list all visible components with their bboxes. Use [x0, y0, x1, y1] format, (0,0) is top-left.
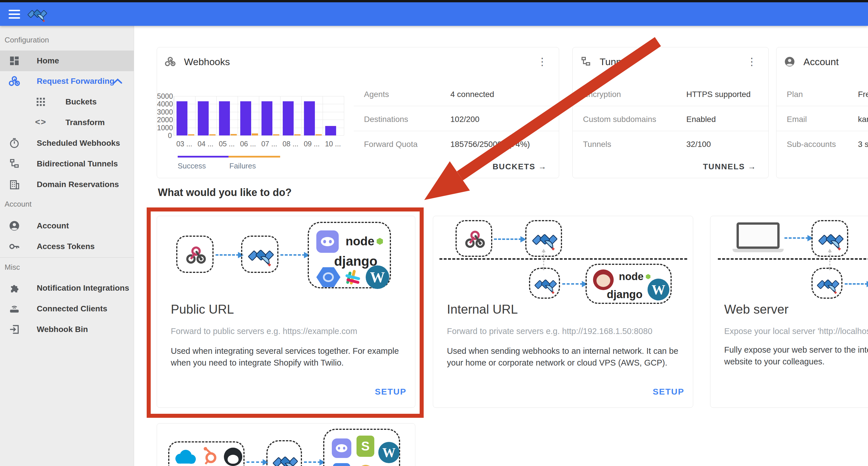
sidebar-item-transform[interactable]: <> Transform: [0, 112, 134, 133]
sidebar-item-bidirectional-tunnels[interactable]: Bidirectional Tunnels: [0, 154, 134, 174]
sidebar-item-webhook-bin[interactable]: Webhook Bin: [0, 319, 134, 340]
gridline: [195, 96, 195, 135]
bar-success: [283, 101, 293, 135]
x-tick-label: 06 ...: [237, 140, 259, 148]
sidebar-item-buckets[interactable]: Buckets: [0, 92, 134, 112]
satellite-logo-icon[interactable]: [28, 4, 47, 24]
webhooks-bar-chart: 010002000300040005000 Success Failures 0…: [157, 48, 559, 179]
github-icon: [224, 447, 242, 466]
tunnels-icon: [580, 55, 592, 68]
flow-arrow: [247, 461, 264, 463]
sidebar-item-label: Request Forwarding: [37, 76, 115, 86]
y-tick-label: 1000: [157, 124, 172, 132]
x-tick-label: 04 ...: [195, 140, 216, 148]
legend-label-failures[interactable]: Failures: [229, 161, 256, 170]
stat-label: Forward Quota: [364, 140, 417, 149]
code-icon: <>: [34, 116, 47, 129]
agent-box: [529, 268, 560, 299]
y-tick-label: 0: [157, 131, 172, 140]
sidebar-item-label: Connected Clients: [37, 304, 107, 313]
x-tick-label: 10 ...: [322, 140, 344, 148]
gridline: [216, 96, 217, 135]
gridline: [174, 135, 344, 136]
action-card-title: Public URL: [171, 302, 234, 316]
chart-plot-area: [174, 96, 344, 135]
webhook-relay-dashboard: Configuration Home Request Forwarding Bu…: [0, 0, 868, 466]
stat-label: Encryption: [583, 90, 621, 99]
x-tick-label: 08 ...: [280, 140, 301, 148]
setup-button[interactable]: SETUP: [653, 387, 684, 397]
sidebar-section-configuration: Configuration: [5, 36, 49, 44]
gridline: [259, 96, 259, 135]
y-tick-label: 4000: [157, 100, 172, 108]
sidebar-item-connected-clients[interactable]: Connected Clients: [0, 299, 134, 319]
sidebar-item-label: Transform: [65, 118, 105, 127]
x-tick-label: 03 ...: [174, 140, 195, 148]
bar-failures: [230, 134, 237, 135]
card-title: Account: [803, 56, 839, 67]
buckets-link[interactable]: BUCKETS →: [493, 162, 547, 171]
public-url-card[interactable]: node django W Public URL Forward to publ…: [157, 216, 415, 408]
webhook-icon: [185, 245, 207, 266]
menu-icon[interactable]: [9, 7, 22, 21]
y-tick-label: 5000: [157, 92, 172, 100]
tunnels-link[interactable]: TUNNELS →: [703, 162, 756, 171]
stat-value: HTTPS supported: [686, 90, 751, 99]
person-icon: [8, 219, 21, 232]
action-card-description: Used when integrating several services t…: [171, 345, 405, 369]
bar-failures: [294, 134, 301, 135]
stat-label: Custom subdomains: [583, 115, 656, 124]
flow-arrow: [845, 283, 868, 285]
chart-y-axis: 010002000300040005000: [157, 96, 172, 135]
row-divider: [572, 106, 769, 106]
dashboard-icon: [8, 55, 21, 67]
sidebar-item-home[interactable]: Home: [0, 51, 134, 71]
chevron-up-icon[interactable]: [113, 78, 123, 86]
bar-success: [261, 101, 272, 135]
sidebar: Configuration Home Request Forwarding Bu…: [0, 26, 134, 466]
bar-failures: [209, 134, 216, 135]
sidebar-item-account[interactable]: Account: [0, 216, 134, 236]
web-server-card[interactable]: Web server Expose your local server 'htt…: [710, 216, 868, 408]
nodejs-logo: node: [346, 235, 383, 248]
sidebar-item-domain-reservations[interactable]: Domain Reservations: [0, 174, 134, 195]
sidebar-item-request-forwarding[interactable]: Request Forwarding: [0, 71, 134, 92]
internal-url-card[interactable]: node django W Internal URL Forward to pr…: [433, 216, 693, 408]
row-divider: [776, 106, 868, 106]
network-boundary-line: [439, 258, 687, 260]
account-card: Account Plan Free Email kar Sub-accounts…: [776, 47, 868, 178]
stat-label: Sub-accounts: [787, 140, 836, 149]
sidebar-item-scheduled-webhooks[interactable]: Scheduled Webhooks: [0, 133, 134, 154]
gridline: [238, 96, 238, 135]
timer-icon: [8, 137, 21, 150]
legend-label-success[interactable]: Success: [178, 161, 206, 170]
stat-value: 4 connected: [451, 90, 494, 99]
stat-value: 102/200: [451, 115, 479, 124]
bar-success: [325, 126, 336, 135]
sidebar-item-access-tokens[interactable]: Access Tokens: [0, 236, 134, 257]
sidebar-item-label: Access Tokens: [37, 242, 95, 251]
key-icon: [8, 240, 21, 253]
setup-button[interactable]: SETUP: [375, 387, 406, 397]
laptop-icon: [737, 222, 784, 252]
sidebar-item-label: Account: [37, 221, 69, 230]
destinations-box: node django W: [308, 222, 391, 288]
grid-icon: [34, 96, 47, 108]
sidebar-item-notification-integrations[interactable]: Notification Integrations: [0, 278, 134, 299]
stat-label: Agents: [364, 90, 389, 99]
sidebar-item-label: Bidirectional Tunnels: [37, 159, 118, 168]
stat-label: Plan: [787, 90, 803, 99]
integrations-card-partial[interactable]: S W: [157, 423, 415, 466]
app-bar: [0, 2, 868, 26]
satellite-icon: [817, 273, 839, 296]
stat-value: kar: [858, 115, 868, 124]
nodejs-logo: node: [619, 271, 650, 283]
stat-label: Destinations: [364, 115, 408, 124]
bar-success: [219, 101, 230, 135]
gridline: [322, 96, 323, 135]
exit-to-app-icon: [8, 323, 21, 336]
bar-success: [198, 101, 209, 135]
flow-arrow: [304, 461, 321, 463]
kebab-menu-icon[interactable]: ⋮: [747, 55, 757, 68]
stat-value: Enabled: [686, 115, 716, 124]
